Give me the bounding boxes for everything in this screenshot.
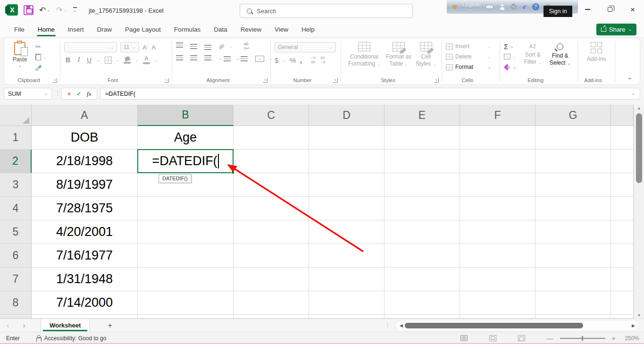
column-header-C[interactable]: C [234,105,309,126]
zoom-slider-thumb[interactable] [582,336,583,341]
zoom-slider[interactable] [560,338,605,339]
row-header-5[interactable]: 5 [0,220,32,244]
cell-H6-partial[interactable] [611,244,634,268]
column-header-B[interactable]: B [138,105,234,126]
cell-G1[interactable] [535,126,611,150]
column-header-D[interactable]: D [309,105,385,126]
share-button[interactable]: Share ⌄ [596,24,636,35]
tab-splitter-handle[interactable]: ⋮ [385,322,390,328]
cell-D5[interactable] [309,220,385,244]
active-cell-editor[interactable]: =DATEDIF( [137,149,234,173]
cell-D4[interactable] [309,197,385,220]
cell-F3[interactable] [460,173,535,197]
cell-A1[interactable]: DOB [32,126,138,150]
format-cells-button[interactable]: Format⌄ [446,64,491,70]
cell-A8[interactable]: 7/14/2000 [32,291,138,315]
dialog-launcher-icon[interactable]: ↘ [164,78,169,83]
cell-E3[interactable] [385,173,460,197]
formula-bar-handle[interactable]: ⋮ [55,90,60,96]
prev-sheet-icon[interactable]: ‹ [0,321,16,330]
cell-G7[interactable] [535,268,611,291]
cell-D6[interactable] [309,244,385,268]
zoom-out-icon[interactable]: — [547,335,553,342]
horizontal-scrollbar[interactable]: ◀ ▶ [396,321,638,330]
page-break-view-icon[interactable] [518,335,525,341]
cell-E4[interactable] [385,197,460,220]
column-header-F[interactable]: F [460,105,535,126]
fill-handle[interactable] [231,171,234,174]
expand-formula-bar-icon[interactable]: ⌄ [631,92,635,96]
cell-E2[interactable] [385,150,460,173]
dialog-launcher-icon[interactable]: ↘ [434,78,439,83]
cell-F1[interactable] [460,126,535,150]
keyboard-icon[interactable] [485,5,493,9]
vertical-scrollbar[interactable]: ▲ ▼ [634,105,644,319]
browser-icon[interactable]: e [523,3,526,11]
cell-A7[interactable]: 1/31/1948 [32,268,138,291]
cell-B7[interactable] [138,268,234,291]
confirm-entry-button[interactable]: ✓ [76,90,82,97]
row-header-6[interactable]: 6 [0,244,32,268]
cell-F7[interactable] [460,268,535,291]
accessibility-status[interactable]: Accessibility: Good to go [36,335,106,342]
cell-C3[interactable] [234,173,309,197]
dialog-launcher-icon[interactable]: ↘ [263,78,268,83]
person-icon[interactable] [500,4,504,10]
cell-H4-partial[interactable] [611,197,634,220]
tab-draw[interactable]: Draw [91,23,119,36]
cell-C4[interactable] [234,197,309,220]
cancel-entry-button[interactable]: × [67,90,71,98]
formula-input[interactable]: =DATEDIF( ⌄ [100,88,640,100]
cell-D1[interactable] [309,126,385,150]
minimize-button[interactable] [576,0,599,19]
cell-A2[interactable]: 2/18/1998 [32,150,138,173]
tab-page-layout[interactable]: Page Layout [118,23,167,36]
cell-C6[interactable] [234,244,309,268]
find-select-button[interactable]: Find &Select ⌄ [546,42,574,75]
cell-G6[interactable] [535,244,611,268]
tab-view[interactable]: View [268,23,295,36]
chevron-down-icon[interactable]: ⌄ [44,92,48,96]
ime-script-icon[interactable]: অ [452,3,456,11]
help-icon[interactable]: ? [532,3,539,10]
chevron-down-icon[interactable]: ⌄ [47,8,50,12]
language-selector[interactable]: English⌄ [462,2,479,12]
tab-review[interactable]: Review [234,23,268,36]
scroll-down-icon[interactable]: ▼ [634,313,644,318]
cell-H2-partial[interactable] [611,150,634,173]
gear-icon[interactable] [510,4,517,10]
excel-app-icon[interactable]: X [7,4,18,16]
cell-B6[interactable] [138,244,234,268]
cell-G2[interactable] [535,150,611,173]
cell-H3-partial[interactable] [611,173,634,197]
tab-insert[interactable]: Insert [61,23,91,36]
row-header-8[interactable]: 8 [0,291,32,315]
cell-A5[interactable]: 4/20/2001 [32,220,138,244]
cell-G8[interactable] [535,291,611,315]
cell-F2[interactable] [460,150,535,173]
vertical-scroll-thumb[interactable] [636,113,642,183]
cell-F5[interactable] [460,220,535,244]
cell-F6[interactable] [460,244,535,268]
dialog-launcher-icon[interactable]: ↘ [333,78,338,83]
cell-H7-partial[interactable] [611,268,634,291]
sheet-tab-worksheet[interactable]: Worksheet [41,319,90,332]
dialog-launcher-icon[interactable]: ↘ [52,78,57,83]
column-header-partial[interactable] [611,105,634,126]
cell-B1[interactable]: Age [138,126,234,150]
autosum-button[interactable]: Σ⌄ [504,42,517,50]
cell-H5-partial[interactable] [611,220,634,244]
row-header-2[interactable]: 2 [0,150,32,173]
column-header-E[interactable]: E [385,105,460,126]
cell-D3[interactable] [309,173,385,197]
tab-data[interactable]: Data [207,23,234,36]
name-box[interactable]: SUM ⌄ [4,88,52,100]
cell-A3[interactable]: 8/19/1997 [32,173,138,197]
cell-B4[interactable] [138,197,234,220]
cell-G3[interactable] [535,173,611,197]
undo-button[interactable]: ↶ ⌄ [39,5,50,15]
cell-C1[interactable] [234,126,309,150]
row-header-9[interactable] [0,315,32,319]
row-header-1[interactable]: 1 [0,126,32,150]
tab-help[interactable]: Help [295,23,321,36]
